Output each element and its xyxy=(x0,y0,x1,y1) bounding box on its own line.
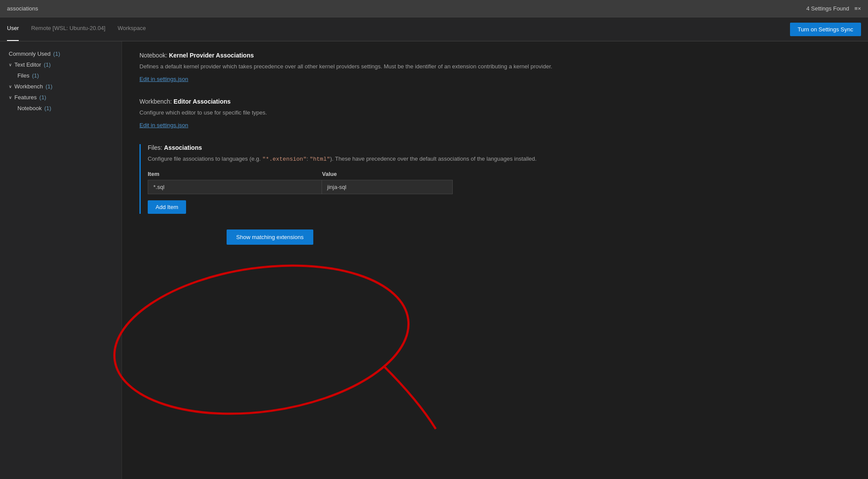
desc-pre: Configure file associations to languages… xyxy=(148,155,262,162)
search-query: associations xyxy=(7,5,38,12)
notebook-kernel-section: Notebook: Kernel Provider Associations D… xyxy=(139,52,851,82)
show-matching-extensions-button[interactable]: Show matching extensions xyxy=(227,229,313,245)
content-area: Notebook: Kernel Provider Associations D… xyxy=(122,41,868,479)
sidebar-label: Features xyxy=(14,94,37,101)
title-prefix: Workbench: xyxy=(139,98,172,105)
files-assoc-title: Files: Associations xyxy=(148,144,851,151)
tabs-row: User Remote [WSL: Ubuntu-20.04] Workspac… xyxy=(0,17,868,41)
sidebar-item-workbench[interactable]: ∨ Workbench (1) xyxy=(0,81,122,92)
workbench-editor-edit-link[interactable]: Edit in settings.json xyxy=(139,122,188,128)
sidebar-label: Notebook xyxy=(17,105,42,111)
sidebar-item-files[interactable]: Files (1) xyxy=(0,70,122,81)
search-bar: associations 4 Settings Found ≡× xyxy=(0,0,868,17)
sidebar-item-notebook[interactable]: Notebook (1) xyxy=(0,103,122,114)
results-count: 4 Settings Found xyxy=(807,5,849,12)
title-bold: Kernel Provider Associations xyxy=(169,52,254,59)
title-bold: Editor Associations xyxy=(173,98,231,105)
search-text: associations xyxy=(7,5,38,12)
tab-workspace[interactable]: Workspace xyxy=(118,17,146,41)
chevron-down-icon: ∨ xyxy=(9,62,12,67)
tabs-left: User Remote [WSL: Ubuntu-20.04] Workspac… xyxy=(7,17,146,41)
sidebar-item-text-editor[interactable]: ∨ Text Editor (1) xyxy=(0,59,122,70)
add-item-button[interactable]: Add Item xyxy=(148,200,186,214)
sidebar-label: Text Editor xyxy=(14,61,41,68)
desc-sep: : xyxy=(306,155,309,162)
th-value: Value xyxy=(322,171,453,177)
sidebar-label: Workbench xyxy=(14,83,43,90)
sidebar-count: (1) xyxy=(39,94,46,101)
notebook-kernel-edit-link[interactable]: Edit in settings.json xyxy=(139,76,188,82)
sidebar-count: (1) xyxy=(44,105,51,111)
sidebar-label: Files xyxy=(17,72,29,79)
table-header: Item Value xyxy=(148,171,453,177)
desc-code1: "*.extension" xyxy=(262,156,306,162)
sidebar-count: (1) xyxy=(46,83,53,90)
sidebar: Commonly Used (1) ∨ Text Editor (1) File… xyxy=(0,41,122,479)
sidebar-item-commonly-used[interactable]: Commonly Used (1) xyxy=(0,48,122,59)
notebook-kernel-title: Notebook: Kernel Provider Associations xyxy=(139,52,851,59)
td-value: jinja-sql xyxy=(322,180,452,194)
title-prefix: Files: xyxy=(148,144,162,151)
menu-icon[interactable]: ≡× xyxy=(854,5,861,12)
sidebar-count: (1) xyxy=(53,51,60,57)
workbench-editor-section: Workbench: Editor Associations Configure… xyxy=(139,98,851,128)
search-results-area: 4 Settings Found ≡× xyxy=(807,5,861,12)
associations-table: Item Value *.sql jinja-sql Add Item xyxy=(148,171,453,214)
files-assoc-desc: Configure file associations to languages… xyxy=(148,155,627,164)
tab-user[interactable]: User xyxy=(7,17,19,41)
th-item: Item xyxy=(148,171,322,177)
workbench-editor-desc: Configure which editor to use for specif… xyxy=(139,108,619,118)
chevron-down-icon: ∨ xyxy=(9,95,12,100)
desc-code2: "html" xyxy=(310,156,330,162)
sidebar-count: (1) xyxy=(44,61,51,68)
sidebar-item-features[interactable]: ∨ Features (1) xyxy=(0,92,122,103)
table-row: *.sql jinja-sql xyxy=(148,180,453,194)
main-layout: Commonly Used (1) ∨ Text Editor (1) File… xyxy=(0,41,868,479)
sidebar-label: Commonly Used xyxy=(9,51,51,57)
files-associations-section: Files: Associations Configure file assoc… xyxy=(139,144,851,214)
workbench-editor-title: Workbench: Editor Associations xyxy=(139,98,851,105)
sidebar-count: (1) xyxy=(32,72,39,79)
desc-post: ). These have precedence over the defaul… xyxy=(330,155,537,162)
sync-button[interactable]: Turn on Settings Sync xyxy=(790,23,861,36)
title-bold: Associations xyxy=(164,144,202,151)
chevron-down-icon: ∨ xyxy=(9,84,12,89)
td-item: *.sql xyxy=(148,180,322,194)
title-prefix: Notebook: xyxy=(139,52,167,59)
tab-remote[interactable]: Remote [WSL: Ubuntu-20.04] xyxy=(31,17,105,41)
notebook-kernel-desc: Defines a default kernel provider which … xyxy=(139,62,619,71)
